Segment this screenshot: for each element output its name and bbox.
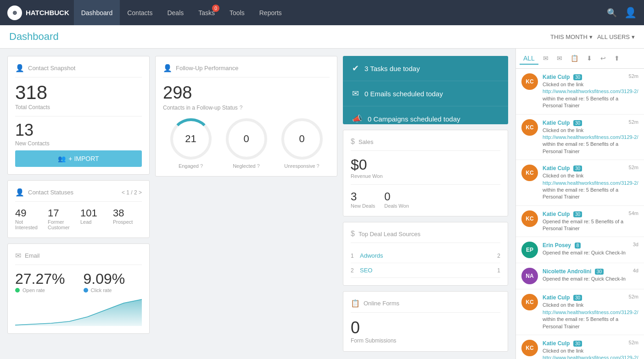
nav-links: Dashboard Contacts Deals Tasks 0 Tools R… — [74, 0, 607, 25]
navbar: ⊛ HATCHBUCK Dashboard Contacts Deals Tas… — [0, 0, 644, 25]
followup-circles: 21 Engaged ? 0 Negle — [163, 118, 330, 169]
search-icon[interactable]: 🔍 — [607, 8, 617, 18]
user-avatar-icon[interactable]: 👤 — [624, 7, 637, 19]
feed-time-2: 52m — [629, 165, 638, 170]
month-filter-button[interactable]: THIS MONTH ▾ — [550, 33, 593, 40]
feed-avatar-5: NA — [521, 268, 538, 284]
contact-statuses-label: Contact Statuses — [28, 189, 73, 196]
logo[interactable]: ⊛ HATCHBUCK — [7, 6, 69, 20]
feed-name-0[interactable]: Katie Culp — [543, 74, 570, 80]
feed-name-3[interactable]: Katie Culp — [543, 211, 570, 217]
import-button[interactable]: 👥 + IMPORT — [15, 150, 142, 167]
email-label: Email — [25, 252, 40, 259]
feed-time-0: 52m — [629, 73, 638, 79]
feed-text-7: Clicked on the link http://www.healthwor… — [543, 348, 638, 359]
top-deal-header: $ Top Deal Lead Sources — [351, 230, 500, 243]
deal-name-1[interactable]: Adwords — [360, 252, 497, 259]
deal-count-1: 2 — [497, 253, 500, 259]
new-deals-num: 3 — [351, 190, 375, 203]
campaigns-row[interactable]: 📣 0 Campaigns scheduled today — [343, 106, 508, 124]
help-icon[interactable]: ? — [240, 105, 243, 111]
nav-item-deals[interactable]: Deals — [160, 0, 191, 25]
feed-tab-down[interactable]: ⬇ — [583, 53, 596, 65]
help-icon-engaged[interactable]: ? — [200, 163, 203, 169]
person-icon: 👤 — [15, 64, 24, 72]
feed-name-4[interactable]: Erin Posey — [543, 242, 571, 249]
not-interested-label: Not Interested — [15, 219, 44, 230]
feed-name-5[interactable]: Nicolette Androlini — [543, 268, 591, 275]
open-rate-stat: 27.27% Open rate — [15, 271, 65, 293]
feed-badge-2: 30 — [573, 166, 582, 171]
email-card: ✉ Email 27.27% Open rate 9.09% — [7, 243, 150, 334]
chevron-down-icon: ▾ — [589, 33, 593, 40]
feed-badge-0: 30 — [573, 74, 582, 80]
email-stats: 27.27% Open rate 9.09% Click rate — [15, 271, 142, 293]
campaign-icon: 📣 — [352, 114, 362, 124]
feed-tab-email[interactable]: ✉ — [539, 53, 552, 65]
dollar-icon: $ — [351, 138, 355, 146]
feed-name-6[interactable]: Katie Culp — [543, 294, 570, 301]
nav-item-tools[interactable]: Tools — [222, 0, 252, 25]
feed-name-1[interactable]: Katie Culp — [543, 120, 570, 126]
nav-item-tasks[interactable]: Tasks 0 — [191, 0, 222, 25]
feed-items: KC Katie Culp 30 52m Clicked on the link… — [516, 69, 644, 359]
feed-name-7[interactable]: Katie Culp — [543, 340, 570, 347]
feed-time-3: 54m — [629, 210, 638, 216]
feed-tab-undo[interactable]: ↩ — [597, 53, 610, 65]
tasks-row[interactable]: ✔ 3 Tasks due today — [343, 56, 508, 81]
deal-rank-1: 1 — [351, 253, 360, 259]
click-rate-stat: 9.09% Click rate — [84, 271, 125, 293]
nav-item-contacts[interactable]: Contacts — [120, 0, 160, 25]
feed-badge-7: 30 — [573, 341, 582, 347]
open-rate-pct: 27.27% — [15, 271, 65, 287]
page-header-filters: THIS MONTH ▾ ALL USERS ▾ — [550, 33, 635, 40]
contact-snapshot-header: 👤 Contact Snapshot — [15, 64, 142, 77]
feed-tab-tasks[interactable]: 📋 — [567, 53, 582, 65]
feed-content-0: Katie Culp 30 52m Clicked on the link ht… — [543, 73, 638, 110]
left-column: 👤 Contact Snapshot 318 Total Contacts 13… — [7, 56, 150, 352]
neglected-label: Neglected ? — [233, 163, 260, 169]
revenue-won-label: Revenue Won — [351, 173, 500, 179]
followup-sub: Contacts in a Follow-up Status ? — [163, 105, 330, 111]
help-icon-neglected[interactable]: ? — [257, 163, 260, 169]
feed-time-5: 4d — [633, 268, 638, 273]
chevron-down-icon: ▾ — [632, 33, 635, 40]
feed-avatar-2: KC — [521, 165, 538, 181]
task-check-icon: ✔ — [352, 63, 359, 73]
feed-badge-4: 8 — [575, 243, 581, 249]
deal-name-2[interactable]: SEO — [360, 267, 497, 274]
help-icon-unresponsive[interactable]: ? — [317, 163, 319, 169]
sales-label: Sales — [358, 138, 374, 145]
feed-content-6: Katie Culp 30 52m Clicked on the link ht… — [543, 294, 638, 330]
feed-text-1: Clicked on the link http://www.healthwor… — [543, 127, 638, 155]
deal-row-1: 1 Adwords 2 — [351, 249, 500, 263]
feed-tab-up[interactable]: ⬆ — [610, 53, 623, 65]
tasks-card: ✔ 3 Tasks due today ✉ 0 Emails scheduled… — [343, 56, 508, 124]
feed-tab-all[interactable]: ALL — [520, 53, 538, 65]
feed-content-5: Nicolette Androlini 30 4d Opened the ema… — [543, 268, 638, 284]
feed-name-2[interactable]: Katie Culp — [543, 165, 570, 171]
tasks-due-text: 3 Tasks due today — [364, 65, 420, 72]
deal-row-2: 2 SEO 1 — [351, 263, 500, 278]
followup-label: Follow-Up Performance — [176, 65, 239, 72]
right-column: ✔ 3 Tasks due today ✉ 0 Emails scheduled… — [343, 56, 508, 352]
contact-snapshot-label: Contact Snapshot — [28, 65, 75, 72]
email-card-header: ✉ Email — [15, 251, 142, 265]
feed-text-5: Opened the email re: Quick Check-In — [543, 276, 638, 282]
feed-item-5: NA Nicolette Androlini 30 4d Opened the … — [516, 263, 644, 289]
deal-rank-2: 2 — [351, 267, 360, 274]
nav-item-dashboard[interactable]: Dashboard — [74, 0, 120, 25]
feed-content-2: Katie Culp 30 52m Clicked on the link ht… — [543, 165, 638, 201]
not-interested-num: 49 — [15, 207, 44, 219]
users-filter-button[interactable]: ALL USERS ▾ — [597, 33, 635, 40]
statuses-pagination[interactable]: < 1 / 2 > — [122, 189, 142, 196]
sales-card: $ Sales $0 Revenue Won 3 New Deals 0 Dea — [343, 130, 508, 216]
feed-text-6: Clicked on the link http://www.healthwor… — [543, 302, 638, 330]
nav-item-reports[interactable]: Reports — [252, 0, 289, 25]
feed-avatar-7: KC — [521, 340, 538, 356]
emails-row[interactable]: ✉ 0 Emails scheduled today — [343, 81, 508, 106]
feed-tab-email2[interactable]: ✉ — [553, 53, 566, 65]
followup-card: 👤 Follow-Up Performance 298 Contacts in … — [155, 56, 337, 177]
sales-grid: 3 New Deals 0 Deals Won — [351, 190, 500, 209]
page-title: Dashboard — [9, 31, 59, 43]
